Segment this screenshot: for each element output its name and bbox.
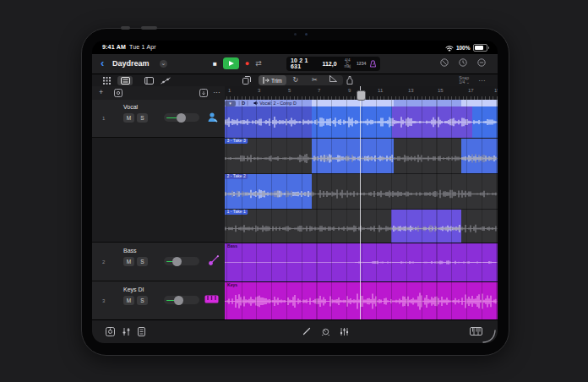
bar-number: 13 xyxy=(408,88,414,93)
stop-button[interactable]: ■ xyxy=(213,60,217,68)
edit-tools-group: Trim ↻ ✂ xyxy=(259,75,343,85)
bass-waveform xyxy=(225,247,498,278)
fade-tool-button[interactable] xyxy=(324,75,343,85)
metronome-button[interactable] xyxy=(369,60,377,68)
track-header-vocal[interactable]: 1 Vocal M S xyxy=(92,100,225,138)
project-title[interactable]: Daydream xyxy=(112,59,150,68)
solo-button[interactable]: S xyxy=(137,113,148,123)
keys-region[interactable]: Keys xyxy=(225,281,498,320)
playhead-handle[interactable] xyxy=(357,90,366,101)
track-alternatives-icon[interactable] xyxy=(114,89,122,97)
volume-slider[interactable] xyxy=(164,113,199,122)
front-camera xyxy=(294,33,297,35)
bar-number: 11 xyxy=(378,88,383,93)
count-in-button[interactable]: 1234 xyxy=(357,61,366,65)
corner-gesture-indicator[interactable] xyxy=(482,330,496,343)
copy-tool-icon[interactable] xyxy=(239,76,254,85)
view-tool-row: Trim ↻ ✂ Snap 1/4 ⌄ … xyxy=(92,74,498,87)
project-menu-chevron-icon[interactable]: ⌄ xyxy=(160,60,167,68)
snap-value: 1/4 xyxy=(459,80,465,85)
add-track-button[interactable]: + xyxy=(99,88,103,96)
track-header-bass[interactable]: 2 Bass M S xyxy=(92,243,225,281)
split-tool-button[interactable]: ✂ xyxy=(305,75,324,85)
loop-tool-button[interactable]: ↻ xyxy=(286,75,305,85)
grid-view-icon[interactable] xyxy=(99,76,114,85)
play-button[interactable] xyxy=(223,57,239,69)
bar-number: 19 xyxy=(494,88,498,93)
tools-overflow-button[interactable]: … xyxy=(478,74,486,83)
vocal-comp-region[interactable] xyxy=(225,106,498,138)
solo-button[interactable]: S xyxy=(137,296,148,305)
controls-knob-button[interactable] xyxy=(321,327,330,336)
trim-tool-button[interactable]: Trim xyxy=(259,75,286,85)
mute-solo-group: M S xyxy=(123,296,148,305)
comp-badge[interactable]: D xyxy=(239,101,248,105)
glue-tool-button[interactable] xyxy=(345,76,355,85)
snap-control[interactable]: Snap 1/4 ⌄ xyxy=(459,76,470,85)
ipad-device-frame: 9:41 AMTue 1 Apr 100% ‹ Daydream ⌄ ■ xyxy=(81,28,509,356)
track-name: Keys DI xyxy=(123,286,144,292)
take-label[interactable]: 2 - Take 2 xyxy=(225,174,248,179)
mute-solo-group: M S xyxy=(123,113,148,123)
bar-number: 3 xyxy=(258,88,260,93)
track-number: 2 xyxy=(102,259,105,265)
arrange-area[interactable]: 1 3 5 7 9 11 13 15 17 19 xyxy=(225,86,498,319)
mute-button[interactable]: M xyxy=(123,257,134,266)
automation-view-icon[interactable] xyxy=(158,76,173,85)
piano-keyboard-button[interactable] xyxy=(470,327,482,336)
take-lane-3[interactable]: 3 - Take 3 xyxy=(225,138,498,173)
mixer-faders-button[interactable] xyxy=(340,327,349,336)
wifi-icon xyxy=(445,45,454,52)
solo-button[interactable]: S xyxy=(137,257,148,266)
count-in-metronome-group: 1234 xyxy=(352,57,380,71)
battery-icon xyxy=(473,44,487,52)
track-name: Vocal xyxy=(123,104,138,110)
mute-button[interactable]: M xyxy=(123,296,134,305)
lcd-key: C maj xyxy=(342,62,351,68)
main-toolbar: ‹ Daydream ⌄ ■ ● ⇄ 10 2 1 631 112,0 4/4 … xyxy=(92,54,498,74)
regions-view-icon[interactable] xyxy=(141,76,156,85)
comp-segment-highlight xyxy=(312,100,394,106)
pencil-editor-button[interactable] xyxy=(302,327,311,336)
cycle-button[interactable]: ⇄ xyxy=(255,59,262,68)
track-headers-column: 1 Vocal M S xyxy=(92,100,226,319)
bar-number: 15 xyxy=(438,88,444,93)
take-waveform xyxy=(225,181,498,207)
history-button[interactable] xyxy=(459,58,467,67)
track-zoom-icon[interactable] xyxy=(199,89,208,97)
bass-region[interactable]: Bass xyxy=(225,243,498,281)
comp-segment-highlight xyxy=(461,100,498,106)
track-list-header: + … xyxy=(92,86,225,101)
keys-waveform xyxy=(225,286,498,317)
background: 9:41 AMTue 1 Apr 100% ‹ Daydream ⌄ ■ xyxy=(0,0,588,382)
undo-button[interactable] xyxy=(440,58,449,67)
take-label[interactable]: 1 - Take 1 xyxy=(225,210,248,215)
lcd-display[interactable]: 10 2 1 631 112,0 4/4 C maj xyxy=(286,57,357,71)
volume-slider[interactable] xyxy=(164,296,199,304)
take-folder-header[interactable]: ▾ D Vocal: 2 - Comp D xyxy=(225,100,498,106)
browser-button[interactable] xyxy=(106,327,115,336)
plugins-button[interactable] xyxy=(138,327,145,336)
snap-chevron-icon: ⌄ xyxy=(466,80,470,85)
track-header-more-button[interactable]: … xyxy=(213,86,220,95)
mute-button[interactable]: M xyxy=(123,113,134,123)
lcd-signature-key: 4/4 C maj xyxy=(342,59,351,68)
take-folder-disclosure-button[interactable]: ▾ xyxy=(225,101,236,106)
record-button[interactable]: ● xyxy=(245,59,249,68)
volume-up-button xyxy=(121,26,130,30)
volume-slider[interactable] xyxy=(164,257,199,265)
take-label[interactable]: 3 - Take 3 xyxy=(225,139,248,144)
vocal-comp-waveform xyxy=(225,108,498,136)
back-button[interactable]: ‹ xyxy=(101,57,104,69)
take-lane-1[interactable]: 1 - Take 1 xyxy=(225,209,498,243)
take-lane-2[interactable]: 2 - Take 2 xyxy=(225,173,498,209)
mixer-button[interactable] xyxy=(122,327,131,336)
playhead-line[interactable] xyxy=(360,86,361,319)
vocalist-icon xyxy=(207,112,219,123)
track-header-keys[interactable]: 3 Keys DI M S xyxy=(92,281,225,320)
collapse-button[interactable] xyxy=(477,58,486,67)
bar-number: 5 xyxy=(288,88,291,93)
comp-region-title-row: Vocal: 2 - Comp D xyxy=(253,101,297,105)
tracks-view-button[interactable] xyxy=(117,76,133,85)
ios-status-bar: 9:41 AMTue 1 Apr 100% xyxy=(92,41,498,54)
